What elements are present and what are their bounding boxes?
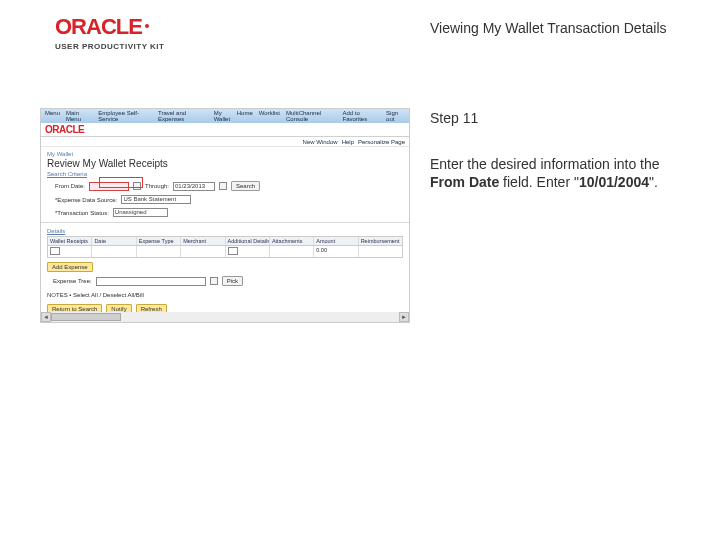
date-search-row: From Date: Through: 01/23/2013 Search: [41, 179, 409, 193]
scroll-track[interactable]: [51, 312, 399, 322]
grid-cell: [270, 246, 314, 257]
details-link[interactable]: Details: [41, 226, 409, 234]
grid-header: Merchant: [181, 237, 225, 245]
table-row: 0.00: [48, 246, 402, 257]
page-title: Review My Wallet Receipts: [41, 157, 409, 171]
ps-top-item[interactable]: Main Menu: [66, 110, 92, 122]
scroll-left-arrow-icon[interactable]: ◄: [41, 312, 51, 322]
ps-personalize-link[interactable]: Personalize Page: [358, 139, 405, 145]
instruction-prefix: Enter the desired information into the: [430, 156, 660, 172]
grid-cell: [181, 246, 225, 257]
data-source-select[interactable]: US Bank Statement: [121, 195, 191, 204]
horizontal-scrollbar[interactable]: ◄ ►: [41, 312, 409, 322]
grid-cell: [92, 246, 136, 257]
ps-oracle-logo: ORACLE: [45, 124, 84, 135]
grid-cell: [48, 246, 92, 257]
ps-breadcrumb-menu: Menu Main Menu Employee Self-Service Tra…: [45, 110, 237, 122]
ps-new-window-link[interactable]: New Window: [303, 139, 338, 145]
oracle-logo: ORACLE: [55, 14, 164, 40]
status-row: *Transaction Status: Unassigned: [41, 206, 409, 219]
step-label: Step 11: [430, 110, 478, 126]
row-checkbox[interactable]: [50, 247, 60, 255]
scroll-thumb[interactable]: [51, 313, 121, 321]
ps-top-item[interactable]: Employee Self-Service: [98, 110, 152, 122]
instruction-text: Enter the desired information into the F…: [430, 155, 680, 191]
scroll-right-arrow-icon[interactable]: ►: [399, 312, 409, 322]
expense-tree-input[interactable]: [96, 277, 206, 286]
grid-header-row: Wallet Receipts Date Expense Type Mercha…: [48, 237, 402, 246]
transaction-status-label: *Transaction Status:: [55, 210, 109, 216]
transaction-status-select[interactable]: Unassigned: [113, 208, 168, 217]
data-source-label: *Expense Data Source:: [55, 197, 117, 203]
instruction-middle: field. Enter ": [499, 174, 579, 190]
receipts-grid: Wallet Receipts Date Expense Type Mercha…: [47, 236, 403, 258]
ps-top-item[interactable]: Menu: [45, 110, 60, 122]
product-line: USER PRODUCTIVITY KIT: [55, 42, 164, 51]
grid-header: Expense Type: [137, 237, 181, 245]
pick-button[interactable]: Pick: [222, 276, 243, 286]
grid-cell: [226, 246, 270, 257]
doc-header: ORACLE USER PRODUCTIVITY KIT: [55, 14, 164, 51]
lookup-icon[interactable]: [210, 277, 218, 285]
instruction-suffix: ".: [649, 174, 658, 190]
search-criteria-link[interactable]: Search Criteria: [41, 171, 409, 179]
grid-cell: [137, 246, 181, 257]
add-expense-row: Add Expense: [41, 260, 409, 274]
ps-top-item[interactable]: My Wallet: [214, 110, 237, 122]
instruction-value: 10/01/2004: [579, 174, 649, 190]
through-date-label: Through:: [145, 183, 169, 189]
grid-cell: [359, 246, 402, 257]
grid-header: Reimbursement: [359, 237, 402, 245]
add-expense-button[interactable]: Add Expense: [47, 262, 93, 272]
doc-title: Viewing My Wallet Transaction Details: [430, 20, 667, 36]
calendar-icon[interactable]: [219, 182, 227, 190]
details-icon[interactable]: [228, 247, 238, 255]
search-button[interactable]: Search: [231, 181, 260, 191]
ps-home-link[interactable]: Home: [237, 110, 253, 122]
grid-header: Wallet Receipts: [48, 237, 92, 245]
separator: [41, 222, 409, 223]
ps-favorites-link[interactable]: Add to Favorites: [343, 110, 381, 122]
expense-tree-row: Expense Tree: Pick: [41, 274, 409, 288]
ps-logo-row: ORACLE: [41, 123, 409, 137]
ps-mcc-link[interactable]: MultiChannel Console: [286, 110, 336, 122]
source-row: *Expense Data Source: US Bank Statement: [41, 193, 409, 206]
grid-header: Additional Details: [226, 237, 270, 245]
grid-header: Amount: [314, 237, 358, 245]
grid-header: Attachments: [270, 237, 314, 245]
ps-top-item[interactable]: Travel and Expenses: [158, 110, 208, 122]
embedded-app-screenshot: Menu Main Menu Employee Self-Service Tra…: [40, 108, 410, 323]
ps-help-link[interactable]: Help: [342, 139, 354, 145]
ps-topbar: Menu Main Menu Employee Self-Service Tra…: [41, 109, 409, 123]
grid-header: Date: [92, 237, 136, 245]
from-date-label: From Date:: [55, 183, 85, 189]
through-date-field[interactable]: 01/23/2013: [173, 182, 215, 191]
ps-top-links: Home Worklist MultiChannel Console Add t…: [237, 110, 405, 122]
calendar-icon[interactable]: [133, 182, 141, 190]
oracle-wordmark: ORACLE: [55, 14, 142, 40]
note-row: NOTES • Select All / Deselect All/Bill: [41, 288, 409, 302]
ps-signout-link[interactable]: Sign out: [386, 110, 405, 122]
grid-cell: 0.00: [314, 246, 358, 257]
instruction-field-name: From Date: [430, 174, 499, 190]
ps-user-row: New Window Help Personalize Page: [41, 137, 409, 147]
expense-tree-label: Expense Tree:: [53, 278, 92, 284]
ps-worklist-link[interactable]: Worklist: [259, 110, 280, 122]
page-breadcrumb: My Wallet: [41, 147, 409, 157]
oracle-logo-dot: [145, 24, 149, 28]
from-date-field[interactable]: [89, 182, 129, 191]
